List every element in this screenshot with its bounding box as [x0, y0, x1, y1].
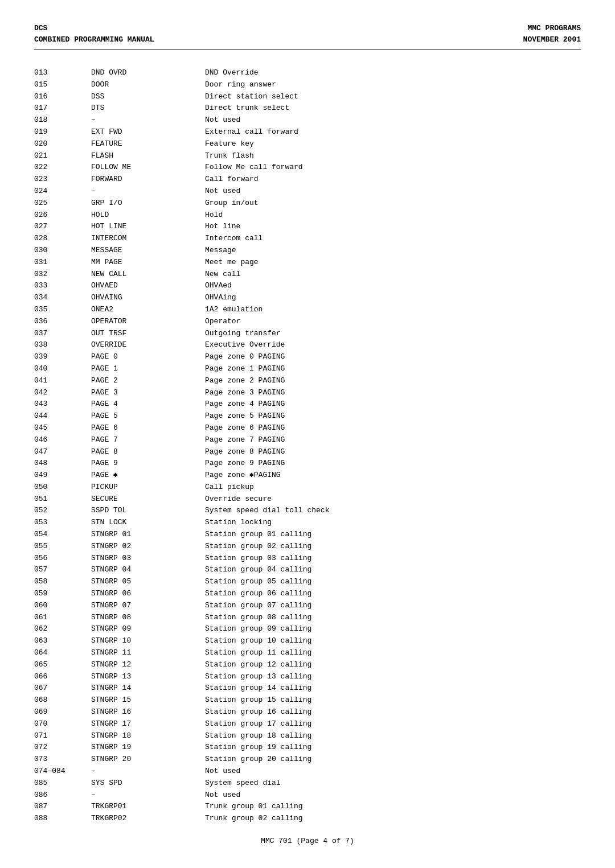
row-number: 069 — [34, 706, 91, 718]
row-description: Page zone 2 PAGING — [205, 375, 581, 387]
row-code: PAGE ✱ — [91, 470, 205, 482]
content-table: 013DND OVRDDND Override015DOORDoor ring … — [34, 67, 581, 825]
table-row: 025GRP I/OGroup in/out — [34, 198, 581, 209]
table-row: 074–084–Not used — [34, 766, 581, 778]
table-row: 045PAGE 6Page zone 6 PAGING — [34, 422, 581, 434]
row-description: Station group 13 calling — [205, 671, 581, 683]
row-code: DND OVRD — [91, 67, 205, 79]
table-row: 058STNGRP 05Station group 05 calling — [34, 576, 581, 588]
row-description: Station group 20 calling — [205, 754, 581, 766]
row-code: STNGRP 01 — [91, 529, 205, 541]
row-code: STNGRP 04 — [91, 564, 205, 576]
row-code: MM PAGE — [91, 257, 205, 269]
row-code: STNGRP 18 — [91, 730, 205, 742]
row-description: Executive Override — [205, 339, 581, 351]
row-code: FEATURE — [91, 138, 205, 150]
row-code: STNGRP 06 — [91, 588, 205, 600]
row-number: 058 — [34, 576, 91, 588]
row-number: 017 — [34, 102, 91, 114]
row-description: Station group 08 calling — [205, 612, 581, 624]
row-code: PAGE 4 — [91, 398, 205, 410]
row-code: DSS — [91, 91, 205, 103]
row-description: Group in/out — [205, 198, 581, 209]
row-number: 030 — [34, 245, 91, 257]
row-number: 051 — [34, 493, 91, 505]
row-description: Station group 17 calling — [205, 718, 581, 730]
row-description: Station group 07 calling — [205, 600, 581, 612]
row-code: STNGRP 14 — [91, 682, 205, 694]
row-number: 044 — [34, 410, 91, 422]
row-description: Door ring answer — [205, 79, 581, 91]
row-description: Station group 11 calling — [205, 647, 581, 659]
row-number: 061 — [34, 612, 91, 624]
row-code: PAGE 2 — [91, 375, 205, 387]
row-description: Page zone 6 PAGING — [205, 422, 581, 434]
header-date: NOVEMBER 2001 — [523, 34, 581, 46]
row-number: 085 — [34, 778, 91, 789]
row-description: Station group 14 calling — [205, 682, 581, 694]
table-row: 047PAGE 8Page zone 8 PAGING — [34, 446, 581, 458]
row-code: STNGRP 16 — [91, 706, 205, 718]
row-description: Station group 02 calling — [205, 541, 581, 553]
table-row: 059STNGRP 06Station group 06 calling — [34, 588, 581, 600]
row-code: TRKGRP02 — [91, 813, 205, 825]
row-number: 023 — [34, 174, 91, 186]
row-description: Follow Me call forward — [205, 162, 581, 174]
table-row: 069STNGRP 16Station group 16 calling — [34, 706, 581, 718]
row-description: Outgoing transfer — [205, 328, 581, 340]
row-number: 034 — [34, 292, 91, 304]
header-left: DCS COMBINED PROGRAMMING MANUAL — [34, 23, 154, 45]
row-number: 070 — [34, 718, 91, 730]
table-row: 016DSSDirect station select — [34, 91, 581, 103]
row-code: OPERATOR — [91, 316, 205, 328]
row-description: Page zone 3 PAGING — [205, 387, 581, 399]
row-description: Meet me page — [205, 257, 581, 269]
table-row: 019EXT FWDExternal call forward — [34, 126, 581, 138]
header-right: MMC PROGRAMS NOVEMBER 2001 — [523, 23, 581, 45]
row-number: 026 — [34, 209, 91, 221]
table-row: 046PAGE 7Page zone 7 PAGING — [34, 434, 581, 446]
row-description: Station group 15 calling — [205, 694, 581, 706]
row-description: Page zone 5 PAGING — [205, 410, 581, 422]
row-number: 016 — [34, 91, 91, 103]
row-code: STNGRP 09 — [91, 623, 205, 635]
row-description: Hot line — [205, 221, 581, 233]
row-code: PAGE 3 — [91, 387, 205, 399]
row-code: STNGRP 13 — [91, 671, 205, 683]
row-number: 052 — [34, 505, 91, 517]
table-row: 031MM PAGEMeet me page — [34, 257, 581, 269]
row-code: DTS — [91, 102, 205, 114]
row-code: – — [91, 766, 205, 778]
row-number: 071 — [34, 730, 91, 742]
table-row: 064STNGRP 11Station group 11 calling — [34, 647, 581, 659]
row-number: 048 — [34, 458, 91, 470]
table-row: 034OHVAINGOHVAing — [34, 292, 581, 304]
row-description: New call — [205, 269, 581, 281]
row-code: INTERCOM — [91, 233, 205, 245]
table-row: 015DOORDoor ring answer — [34, 79, 581, 91]
row-description: Direct trunk select — [205, 102, 581, 114]
row-description: Station group 03 calling — [205, 553, 581, 565]
table-row: 050PICKUPCall pickup — [34, 482, 581, 493]
table-row: 057STNGRP 04Station group 04 calling — [34, 564, 581, 576]
row-code: DOOR — [91, 79, 205, 91]
table-row: 049PAGE ✱Page zone ✱PAGING — [34, 470, 581, 482]
row-description: Override secure — [205, 493, 581, 505]
row-description: Not used — [205, 186, 581, 198]
row-description: Trunk flash — [205, 150, 581, 162]
row-number: 063 — [34, 635, 91, 647]
row-code: PAGE 5 — [91, 410, 205, 422]
row-description: Not used — [205, 114, 581, 126]
table-row: 041PAGE 2Page zone 2 PAGING — [34, 375, 581, 387]
row-number: 032 — [34, 269, 91, 281]
table-row: 024–Not used — [34, 186, 581, 198]
table-row: 026HOLDHold — [34, 209, 581, 221]
row-number: 054 — [34, 529, 91, 541]
row-code: STN LOCK — [91, 517, 205, 529]
table-row: 073STNGRP 20Station group 20 calling — [34, 754, 581, 766]
row-description: 1A2 emulation — [205, 304, 581, 316]
table-row: 020FEATUREFeature key — [34, 138, 581, 150]
row-number: 067 — [34, 682, 91, 694]
row-code: SSPD TOL — [91, 505, 205, 517]
row-description: System speed dial toll check — [205, 505, 581, 517]
